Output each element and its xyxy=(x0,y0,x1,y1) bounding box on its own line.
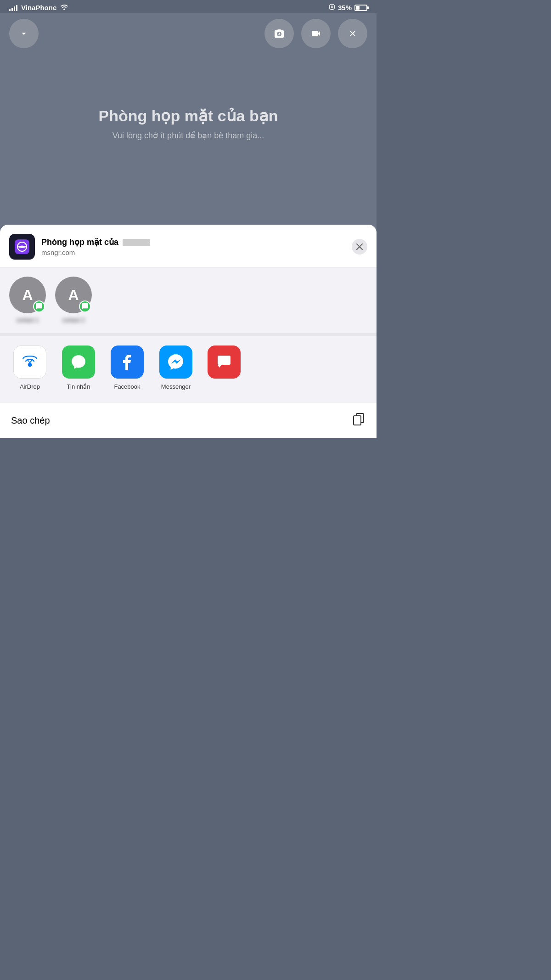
share-close-button[interactable] xyxy=(352,239,367,255)
airdrop-app-item[interactable]: AirDrop xyxy=(9,346,51,390)
contact-item[interactable]: A contact 2 xyxy=(55,277,92,323)
video-toggle-button[interactable] xyxy=(301,19,331,48)
share-title: Phòng họp mặt của xyxy=(41,237,352,247)
section-divider xyxy=(0,333,377,336)
share-url: msngr.com xyxy=(41,249,352,256)
messenger-icon xyxy=(159,346,192,379)
messages-icon xyxy=(62,346,95,379)
contact-avatar-wrap: A xyxy=(9,277,46,313)
svg-rect-10 xyxy=(218,356,231,365)
facebook-icon xyxy=(111,346,144,379)
svg-marker-11 xyxy=(218,365,221,368)
meeting-title: Phòng họp mặt của bạn xyxy=(99,107,278,125)
facebook-label: Facebook xyxy=(114,383,140,390)
meeting-info: Phòng họp mặt của bạn Vui lòng chờ ít ph… xyxy=(99,107,278,141)
video-call-area: Phòng họp mặt của bạn Vui lòng chờ ít ph… xyxy=(0,13,377,234)
contact-name: contact 2 xyxy=(62,317,85,323)
more-app-item[interactable] xyxy=(204,346,241,390)
contacts-row: A contact 1 A contact 2 xyxy=(0,267,377,333)
messenger-label: Messenger xyxy=(161,383,191,390)
airdrop-icon xyxy=(13,346,46,379)
copy-label: Sao chép xyxy=(11,415,50,426)
collapse-button[interactable] xyxy=(9,19,39,48)
contact-avatar-wrap: A xyxy=(55,277,92,313)
svg-point-6 xyxy=(24,246,26,248)
svg-rect-13 xyxy=(354,416,361,425)
carrier-name: VinaPhone xyxy=(21,4,56,11)
svg-rect-2 xyxy=(332,6,332,7)
video-top-controls xyxy=(0,19,377,48)
messages-label: Tin nhắn xyxy=(67,383,90,390)
status-left: VinaPhone xyxy=(9,4,68,11)
apps-row: AirDrop Tin nhắn Facebook xyxy=(0,336,377,399)
status-right: 35% xyxy=(329,4,367,11)
svg-point-5 xyxy=(18,246,20,248)
airdrop-label: AirDrop xyxy=(20,383,40,390)
copy-row[interactable]: Sao chép xyxy=(0,403,377,438)
partial-app-icon xyxy=(208,346,241,379)
copy-icon xyxy=(352,412,365,429)
close-call-button[interactable] xyxy=(338,19,367,48)
status-bar: VinaPhone 35% xyxy=(0,0,377,13)
share-header-text: Phòng họp mặt của msngr.com xyxy=(41,237,352,256)
share-header: Phòng họp mặt của msngr.com xyxy=(0,225,377,267)
svg-point-7 xyxy=(28,363,32,367)
contact-item[interactable]: A contact 1 xyxy=(9,277,46,323)
messages-app-item[interactable]: Tin nhắn xyxy=(58,346,99,390)
meeting-subtitle: Vui lòng chờ ít phút để bạn bè tham gia.… xyxy=(99,130,278,141)
facebook-app-item[interactable]: Facebook xyxy=(107,346,148,390)
contact-name: contact 1 xyxy=(17,317,39,323)
contact-messages-badge xyxy=(33,300,45,312)
messenger-app-item[interactable]: Messenger xyxy=(155,346,197,390)
wifi-icon xyxy=(60,4,68,11)
battery-percentage: 35% xyxy=(338,4,352,11)
share-app-icon xyxy=(9,234,35,260)
lock-icon xyxy=(329,4,335,11)
flip-camera-button[interactable] xyxy=(264,19,294,48)
contact-messages-badge xyxy=(79,300,91,312)
signal-bars-icon xyxy=(9,5,17,11)
share-sheet: Phòng họp mặt của msngr.com A contact 1 xyxy=(0,225,377,438)
battery-icon xyxy=(354,5,367,11)
